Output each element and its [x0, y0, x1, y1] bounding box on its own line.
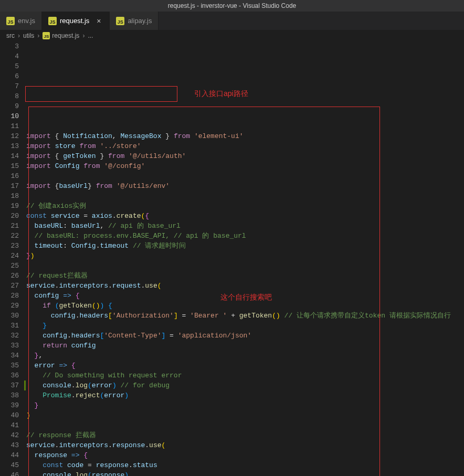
code-line[interactable]: console.log(response)	[26, 470, 464, 476]
line-number: 33	[0, 341, 19, 351]
modified-line-indicator	[24, 380, 26, 390]
line-number: 43	[0, 440, 19, 450]
tab-alipay[interactable]: JS alipay.js	[110, 12, 159, 30]
code-line[interactable]: config.headers['Authorization'] = 'Beare…	[26, 311, 464, 321]
line-number: 19	[0, 201, 19, 211]
line-number: 28	[0, 291, 19, 301]
code-line[interactable]: timeout: Config.timeout // 请求超时时间	[26, 241, 464, 251]
code-line[interactable]: const code = response.status	[26, 460, 464, 470]
line-number: 21	[0, 221, 19, 231]
line-number: 14	[0, 151, 19, 161]
line-number: 18	[0, 191, 19, 201]
line-number: 24	[0, 251, 19, 261]
close-icon[interactable]: ×	[94, 17, 103, 25]
editor[interactable]: 3456789101112131415161718192021222324252…	[0, 41, 464, 476]
code-area[interactable]: 引入接口api路径 这个自行搜索吧 import { Notification,…	[26, 41, 464, 476]
code-line[interactable]: console.log(error) // for debug	[26, 380, 464, 390]
window-title: request.js - inverstor-vue - Visual Stud…	[0, 0, 464, 12]
line-number: 45	[0, 460, 19, 470]
line-number: 13	[0, 141, 19, 151]
code-line[interactable]: // 创建axios实例	[26, 201, 464, 211]
line-number: 7	[0, 81, 19, 91]
line-number: 8	[0, 91, 19, 101]
line-number: 41	[0, 420, 19, 430]
tab-label: alipay.js	[128, 17, 152, 25]
code-line[interactable]: })	[26, 251, 464, 261]
js-icon: JS	[6, 17, 15, 25]
code-line[interactable]: // response 拦截器	[26, 430, 464, 440]
code-line[interactable]: // request拦截器	[26, 271, 464, 281]
line-number: 5	[0, 61, 19, 71]
line-number: 34	[0, 351, 19, 361]
line-number: 46	[0, 470, 19, 476]
annotation-box-import	[25, 86, 177, 102]
tab-bar: JS env.js JS request.js × JS alipay.js	[0, 12, 464, 30]
line-number: 3	[0, 41, 19, 51]
code-line[interactable]	[26, 420, 464, 430]
code-line[interactable]: )	[26, 410, 464, 420]
line-number: 38	[0, 390, 19, 400]
code-line[interactable]: config.headers['Content-Type'] = 'applic…	[26, 331, 464, 341]
js-icon: JS	[116, 17, 124, 25]
line-number: 9	[0, 101, 19, 111]
tab-label: env.js	[18, 17, 35, 25]
line-number: 22	[0, 231, 19, 241]
code-line[interactable]: service.interceptors.request.use(	[26, 281, 464, 291]
line-number: 20	[0, 211, 19, 221]
line-number: 31	[0, 321, 19, 331]
breadcrumb-part[interactable]: request.js	[52, 32, 79, 39]
breadcrumb-part[interactable]: ...	[88, 32, 93, 39]
code-line[interactable]: return config	[26, 341, 464, 351]
breadcrumb-part[interactable]: src	[6, 32, 15, 39]
code-line[interactable]: // Do something with request error	[26, 371, 464, 380]
js-icon: JS	[48, 17, 57, 25]
line-number: 32	[0, 331, 19, 341]
code-line[interactable]: const service = axios.create({	[26, 211, 464, 221]
code-line[interactable]	[26, 191, 464, 201]
chevron-right-icon: ›	[37, 32, 39, 39]
code-line[interactable]	[26, 261, 464, 271]
code-line[interactable]: }	[26, 400, 464, 410]
code-line[interactable]: response => {	[26, 450, 464, 460]
line-number: 27	[0, 281, 19, 291]
chevron-right-icon: ›	[18, 32, 20, 39]
line-number: 25	[0, 261, 19, 271]
code-line[interactable]: }	[26, 321, 464, 331]
code-line[interactable]: Promise.reject(error)	[26, 390, 464, 400]
line-number-gutter: 3456789101112131415161718192021222324252…	[0, 41, 26, 476]
code-line[interactable]: import Config from '@/config'	[26, 161, 464, 171]
line-number: 39	[0, 400, 19, 410]
tab-request[interactable]: JS request.js ×	[42, 12, 110, 30]
code-line[interactable]: },	[26, 351, 464, 361]
code-line[interactable]: error => {	[26, 361, 464, 371]
code-line[interactable]	[26, 171, 464, 181]
line-number: 30	[0, 311, 19, 321]
line-number: 10	[0, 111, 19, 121]
tab-env[interactable]: JS env.js	[0, 12, 42, 30]
line-number: 17	[0, 181, 19, 191]
chevron-right-icon: ›	[82, 32, 85, 39]
code-line[interactable]: import { Notification, MessageBox } from…	[26, 131, 464, 141]
line-number: 36	[0, 371, 19, 380]
line-number: 11	[0, 121, 19, 131]
code-line[interactable]: import { getToken } from '@/utils/auth'	[26, 151, 464, 161]
code-line[interactable]: import store from '../store'	[26, 141, 464, 151]
line-number: 26	[0, 271, 19, 281]
line-number: 29	[0, 301, 19, 311]
breadcrumb-part[interactable]: utils	[23, 32, 34, 39]
annotation-label-import: 引入接口api路径	[194, 89, 248, 99]
code-line[interactable]: // baseURL: process.env.BASE_API, // api…	[26, 231, 464, 241]
code-line[interactable]: service.interceptors.response.use(	[26, 440, 464, 450]
js-icon: JS	[43, 32, 50, 39]
line-number: 6	[0, 71, 19, 81]
code-line[interactable]: baseURL: baseUrl, // api 的 base_url	[26, 221, 464, 231]
line-number: 16	[0, 171, 19, 181]
line-number: 15	[0, 161, 19, 171]
code-line[interactable]: import {baseUrl} from '@/utils/env'	[26, 181, 464, 191]
breadcrumb[interactable]: src › utils › JS request.js › ...	[0, 30, 464, 41]
line-number: 35	[0, 361, 19, 371]
line-number: 44	[0, 450, 19, 460]
line-number: 42	[0, 430, 19, 440]
line-number: 4	[0, 51, 19, 61]
line-number: 12	[0, 131, 19, 141]
